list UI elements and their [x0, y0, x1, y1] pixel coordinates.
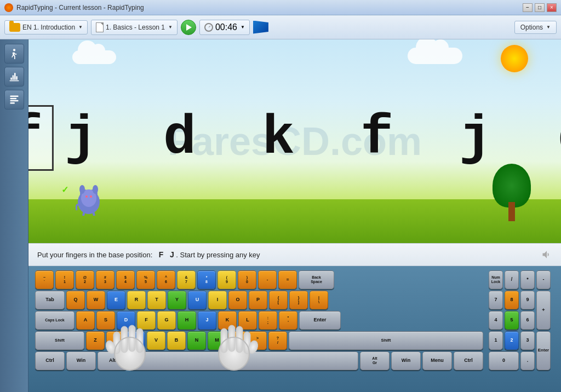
key-num8[interactable]: 8: [505, 291, 519, 309]
key-0[interactable]: )0: [238, 270, 256, 289]
key-numsub[interactable]: -: [536, 270, 551, 289]
key-e[interactable]: E: [107, 291, 125, 309]
key-equals[interactable]: =: [278, 270, 297, 289]
ground: [28, 199, 561, 243]
key-t[interactable]: T: [147, 291, 166, 309]
key-f[interactable]: F: [137, 311, 156, 330]
options-button[interactable]: Options ▼: [514, 21, 557, 34]
timer-display[interactable]: 00:46 ▼: [199, 20, 250, 35]
key-num3[interactable]: 3: [520, 331, 535, 350]
svg-rect-4: [10, 102, 14, 104]
key-num9[interactable]: 9: [520, 291, 535, 309]
key-rbracket[interactable]: }]: [289, 291, 308, 309]
key-8[interactable]: *8: [197, 270, 216, 289]
key-numlock[interactable]: NumLock: [489, 270, 503, 289]
key-minus[interactable]: -: [258, 270, 277, 289]
key-lctrl[interactable]: Ctrl: [35, 351, 65, 370]
key-p[interactable]: P: [249, 291, 267, 309]
key-c[interactable]: C: [127, 331, 145, 350]
lesson-selector[interactable]: 1. Basics - Lesson 1 ▼: [91, 20, 178, 35]
key-u[interactable]: U: [188, 291, 207, 309]
key-rctrl[interactable]: Ctrl: [454, 351, 483, 370]
key-w[interactable]: W: [87, 291, 105, 309]
key-b[interactable]: B: [167, 331, 186, 350]
close-button[interactable]: ×: [547, 3, 557, 12]
tree: [490, 166, 534, 221]
key-z[interactable]: Z: [86, 331, 105, 350]
key-num4[interactable]: 4: [489, 311, 503, 330]
course-selector[interactable]: EN 1. Introduction ▼: [4, 20, 88, 34]
key-numadd[interactable]: +: [536, 291, 551, 330]
lesson-label: 1. Basics - Lesson 1: [106, 24, 165, 31]
key-v[interactable]: V: [147, 331, 165, 350]
minimize-button[interactable]: −: [523, 3, 533, 12]
key-backslash[interactable]: |\: [310, 291, 328, 309]
window-controls[interactable]: − □ ×: [523, 3, 557, 12]
key-g[interactable]: G: [157, 311, 176, 330]
typing-display: f j d k f j d: [28, 105, 561, 171]
key-s[interactable]: S: [96, 311, 115, 330]
key-num5[interactable]: 5: [505, 311, 519, 330]
key-slash[interactable]: ?/: [268, 331, 287, 350]
key-numdiv[interactable]: /: [505, 270, 519, 289]
key-num6[interactable]: 6: [520, 311, 535, 330]
key-num1[interactable]: 1: [489, 331, 503, 350]
key-i[interactable]: I: [208, 291, 227, 309]
key-k[interactable]: K: [218, 311, 237, 330]
key-6[interactable]: ^6: [157, 270, 175, 289]
key-a[interactable]: A: [76, 311, 95, 330]
sound-button[interactable]: [541, 249, 552, 260]
key-4[interactable]: $4: [116, 270, 135, 289]
key-capslock[interactable]: Caps Lock: [35, 311, 75, 330]
key-m[interactable]: M: [208, 331, 226, 350]
key-semicolon[interactable]: :;: [259, 311, 277, 330]
key-9[interactable]: (9: [217, 270, 236, 289]
maximize-button[interactable]: □: [535, 3, 545, 12]
sidebar-btn-stats[interactable]: [4, 67, 24, 87]
key-comma[interactable]: <,: [228, 331, 247, 350]
key-7[interactable]: &7: [177, 270, 196, 289]
key-h[interactable]: H: [178, 311, 196, 330]
key-row-4: Ctrl Win Alt AltGr Win Menu Ctrl: [35, 351, 483, 370]
key-backtick[interactable]: ~`: [35, 270, 54, 289]
key-lalt[interactable]: Alt: [98, 351, 127, 370]
key-raltgr[interactable]: AltGr: [360, 351, 390, 370]
key-lbracket[interactable]: {[: [269, 291, 288, 309]
key-backspace[interactable]: BackSpace: [299, 270, 334, 289]
key-num0[interactable]: 0: [489, 351, 519, 370]
key-numenter[interactable]: Enter: [536, 331, 551, 370]
key-5[interactable]: %5: [136, 270, 155, 289]
key-2[interactable]: @2: [76, 270, 94, 289]
key-quote[interactable]: "': [279, 311, 297, 330]
key-o[interactable]: O: [228, 291, 247, 309]
key-d[interactable]: D: [117, 311, 135, 330]
key-lshift[interactable]: Shift: [35, 331, 84, 350]
key-3[interactable]: #3: [96, 270, 115, 289]
key-period[interactable]: >.: [248, 331, 267, 350]
sidebar-btn-walk[interactable]: [4, 44, 24, 64]
key-q[interactable]: Q: [66, 291, 85, 309]
sidebar-btn-lessons[interactable]: [4, 90, 24, 109]
key-menu[interactable]: Menu: [422, 351, 452, 370]
key-enter[interactable]: Enter: [299, 311, 341, 330]
key-num2[interactable]: 2: [505, 331, 519, 350]
key-numdot[interactable]: .: [520, 351, 535, 370]
key-1[interactable]: !1: [55, 270, 74, 289]
key-rwin[interactable]: Win: [391, 351, 421, 370]
key-tab[interactable]: Tab: [35, 291, 65, 309]
scene-checkmark: ✓: [61, 185, 68, 195]
key-space[interactable]: [129, 351, 358, 370]
key-l[interactable]: L: [238, 311, 257, 330]
play-icon: [186, 24, 192, 31]
key-r[interactable]: R: [127, 291, 146, 309]
key-lwin[interactable]: Win: [66, 351, 96, 370]
key-x[interactable]: X: [106, 331, 125, 350]
key-num7[interactable]: 7: [489, 291, 503, 309]
key-y[interactable]: Y: [168, 291, 186, 309]
key-j[interactable]: J: [198, 311, 216, 330]
key-n[interactable]: N: [187, 331, 206, 350]
play-button[interactable]: [181, 20, 196, 35]
flag-button[interactable]: [253, 21, 268, 34]
key-rshift[interactable]: Shift: [289, 331, 483, 350]
key-nummul[interactable]: *: [520, 270, 535, 289]
